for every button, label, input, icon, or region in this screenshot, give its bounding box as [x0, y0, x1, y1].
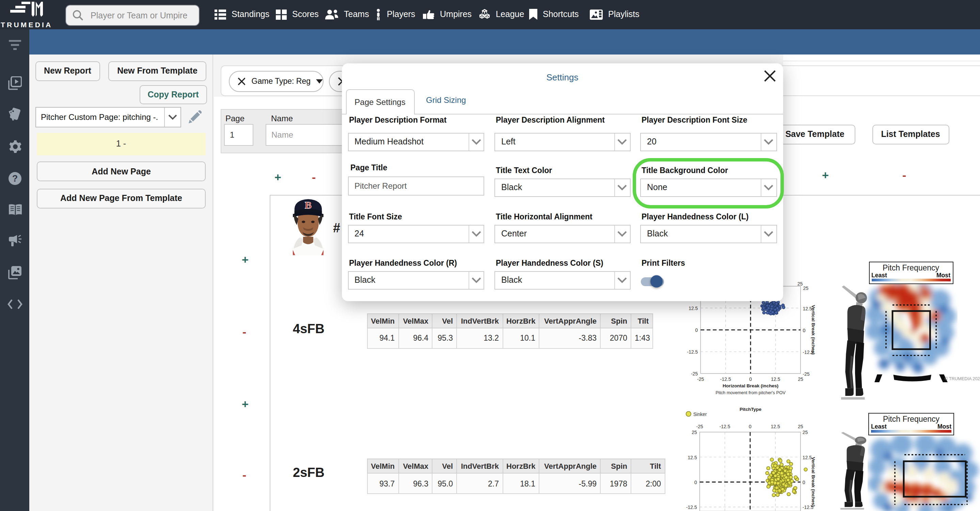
svg-text:Vertical Break (inches): Vertical Break (inches) [811, 457, 816, 506]
svg-text:25: 25 [803, 430, 808, 435]
svg-text:25: 25 [803, 285, 808, 291]
svg-text:12.5: 12.5 [689, 306, 698, 311]
svg-text:-25: -25 [803, 371, 810, 377]
svg-text:PitchType: PitchType [740, 407, 761, 412]
svg-text:0: 0 [749, 376, 752, 382]
svg-text:?: ? [12, 174, 18, 184]
svg-text:Sinker: Sinker [693, 412, 707, 417]
svg-text:Pitch movement from pitcher's: Pitch movement from pitcher's POV [716, 390, 786, 395]
svg-text:0: 0 [803, 480, 805, 485]
svg-text:12.5: 12.5 [771, 376, 780, 382]
svg-text:25: 25 [692, 430, 697, 435]
svg-text:25: 25 [797, 281, 803, 287]
svg-text:12.5: 12.5 [688, 455, 697, 460]
svg-text:-25: -25 [691, 371, 698, 376]
svg-text:B: B [304, 199, 311, 210]
svg-text:Horizontal Break (inches): Horizontal Break (inches) [722, 383, 778, 388]
svg-text:0: 0 [695, 327, 698, 333]
svg-text:-12.5: -12.5 [719, 424, 730, 429]
svg-text:-12.5: -12.5 [687, 349, 698, 355]
svg-text:0: 0 [694, 480, 697, 485]
svg-text:-12.5: -12.5 [686, 505, 697, 510]
svg-text:0: 0 [749, 424, 751, 429]
svg-text:25: 25 [798, 424, 803, 429]
svg-text:-25: -25 [697, 376, 704, 382]
svg-text:25: 25 [798, 376, 803, 382]
svg-text:-12.5: -12.5 [720, 376, 731, 382]
svg-text:Vertical Break (inches): Vertical Break (inches) [811, 305, 816, 355]
svg-text:0: 0 [803, 328, 805, 333]
svg-text:-25: -25 [696, 424, 703, 429]
svg-text:12.5: 12.5 [771, 424, 780, 429]
